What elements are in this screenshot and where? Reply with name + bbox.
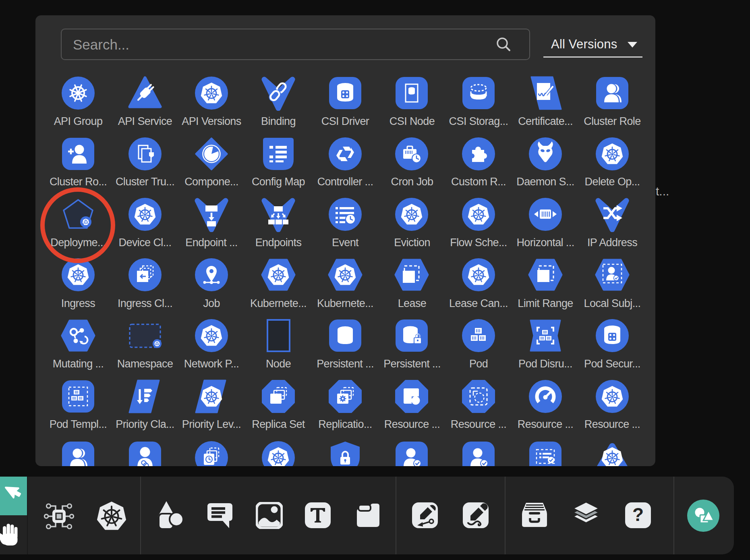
svg-text:?: ? (632, 504, 644, 525)
